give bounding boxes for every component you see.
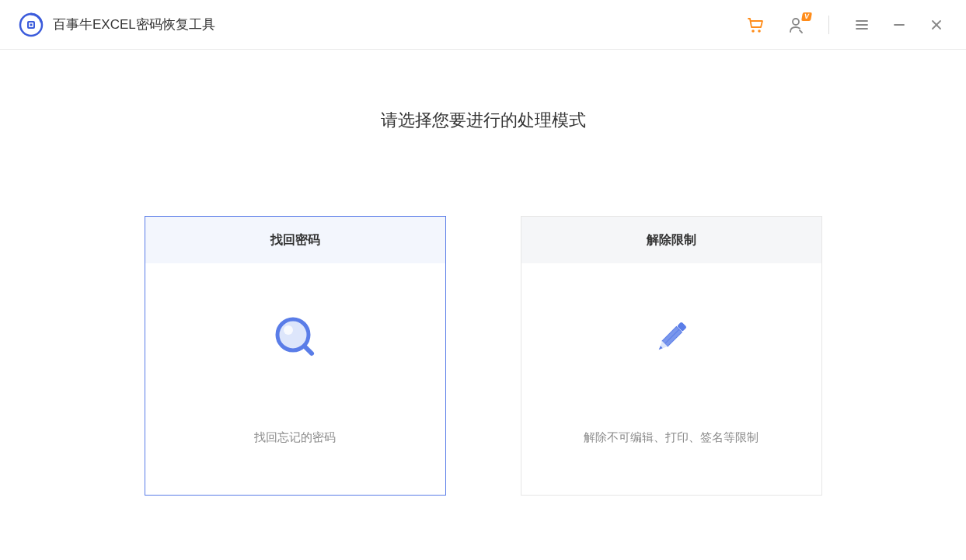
vip-badge-icon: V <box>801 12 812 21</box>
card-header: 找回密码 <box>145 217 445 263</box>
titlebar: 百事牛EXCEL密码恢复工具 V <box>0 0 966 50</box>
app-title: 百事牛EXCEL密码恢复工具 <box>53 16 215 33</box>
card-description: 解除不可编辑、打印、签名等限制 <box>584 430 759 445</box>
mode-card-recover-password[interactable]: 找回密码 找回忘记的密码 <box>145 216 446 496</box>
hamburger-icon <box>854 17 870 33</box>
account-button[interactable]: V <box>785 14 807 36</box>
svg-rect-3 <box>30 23 33 26</box>
app-logo-icon <box>19 12 44 37</box>
window-controls <box>851 14 947 36</box>
card-description: 找回忘记的密码 <box>254 430 336 445</box>
card-title: 找回密码 <box>270 232 320 249</box>
cart-icon <box>745 15 765 35</box>
mode-card-remove-restriction[interactable]: 解除限制 解除不可编辑、打印、签名等限制 <box>521 216 822 496</box>
pencil-icon <box>648 314 695 360</box>
titlebar-divider <box>828 16 829 34</box>
close-icon <box>929 18 943 32</box>
magnifier-icon <box>272 314 319 360</box>
card-body: 解除不可编辑、打印、签名等限制 <box>521 263 821 495</box>
minimize-icon <box>892 18 906 32</box>
svg-point-5 <box>758 30 761 33</box>
cart-button[interactable] <box>745 14 766 36</box>
titlebar-left: 百事牛EXCEL密码恢复工具 <box>19 12 215 37</box>
close-button[interactable] <box>926 14 947 36</box>
card-title: 解除限制 <box>647 232 696 249</box>
card-header: 解除限制 <box>521 217 821 263</box>
mode-cards-row: 找回密码 找回忘记的密码 解除限制 <box>145 216 822 496</box>
titlebar-right: V <box>745 14 947 36</box>
menu-button[interactable] <box>851 14 873 36</box>
svg-point-4 <box>752 30 755 33</box>
minimize-button[interactable] <box>888 14 910 36</box>
page-heading: 请选择您要进行的处理模式 <box>381 109 586 132</box>
main-content: 请选择您要进行的处理模式 找回密码 找回忘记的密码 解除 <box>0 50 966 496</box>
card-body: 找回忘记的密码 <box>145 263 445 495</box>
svg-point-6 <box>793 19 799 25</box>
svg-line-16 <box>305 346 312 353</box>
svg-point-15 <box>284 325 293 335</box>
